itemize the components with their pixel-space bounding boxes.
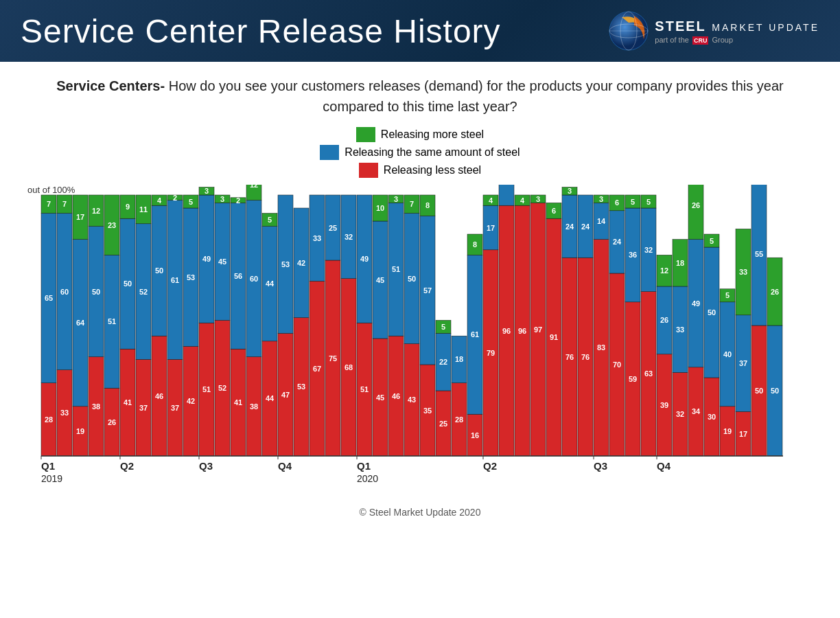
svg-text:Q1: Q1 — [41, 460, 55, 472]
svg-text:45: 45 — [218, 258, 226, 266]
svg-text:24: 24 — [565, 222, 574, 231]
legend-label-green: Releasing more steel — [381, 128, 484, 141]
svg-text:49: 49 — [360, 255, 369, 263]
svg-text:26: 26 — [108, 418, 116, 426]
copyright: © Steel Market Update 2020 — [27, 507, 813, 518]
svg-text:51: 51 — [360, 385, 369, 393]
legend-item-red: Releasing less steel — [359, 163, 481, 178]
svg-text:76: 76 — [581, 353, 590, 361]
svg-text:7: 7 — [47, 200, 51, 208]
svg-text:45: 45 — [376, 276, 384, 284]
svg-text:Q3: Q3 — [594, 460, 607, 472]
svg-text:70: 70 — [613, 360, 621, 369]
svg-text:57: 57 — [423, 286, 432, 295]
svg-text:50: 50 — [408, 275, 416, 283]
svg-text:50: 50 — [155, 266, 163, 275]
legend-color-green — [356, 127, 375, 142]
svg-text:Q2: Q2 — [483, 460, 497, 472]
svg-text:53: 53 — [297, 382, 305, 391]
logo-globe-icon — [608, 10, 649, 52]
svg-text:28: 28 — [45, 415, 53, 424]
svg-text:63: 63 — [644, 369, 653, 378]
question-text: Service Centers- How do you see your cus… — [27, 76, 813, 117]
svg-text:17: 17 — [76, 213, 84, 221]
svg-text:56: 56 — [234, 272, 242, 280]
svg-text:6: 6 — [552, 207, 556, 215]
svg-text:12: 12 — [92, 207, 100, 215]
svg-text:5: 5 — [710, 237, 714, 245]
svg-text:33: 33 — [739, 268, 747, 276]
svg-text:Q4: Q4 — [278, 460, 292, 472]
svg-text:32: 32 — [345, 233, 353, 241]
svg-text:38: 38 — [92, 402, 100, 411]
chart-area: out of 100% 2865733607196417385012265123… — [27, 185, 813, 496]
svg-text:38: 38 — [250, 402, 258, 411]
svg-text:33: 33 — [313, 234, 321, 242]
svg-text:43: 43 — [408, 396, 416, 404]
svg-text:50: 50 — [124, 279, 132, 288]
svg-text:28: 28 — [455, 415, 463, 424]
svg-text:18: 18 — [455, 355, 463, 363]
svg-text:41: 41 — [234, 398, 242, 407]
svg-text:37: 37 — [139, 404, 148, 412]
svg-text:49: 49 — [692, 299, 700, 308]
svg-text:45: 45 — [376, 393, 384, 402]
svg-text:Q3: Q3 — [199, 460, 213, 472]
svg-text:44: 44 — [266, 394, 275, 402]
svg-text:4: 4 — [520, 196, 525, 205]
svg-text:37: 37 — [171, 404, 179, 412]
logo-subtitle: part of the CRU Group — [655, 36, 819, 44]
svg-text:40: 40 — [723, 350, 732, 358]
svg-text:32: 32 — [676, 410, 684, 418]
svg-text:11: 11 — [139, 205, 148, 214]
svg-text:4: 4 — [157, 196, 162, 205]
main-content: Service Centers- How do you see your cus… — [0, 62, 840, 525]
svg-text:5: 5 — [268, 216, 272, 224]
svg-text:50: 50 — [771, 387, 779, 395]
legend-label-red: Releasing less steel — [384, 164, 481, 176]
svg-text:53: 53 — [187, 273, 195, 282]
legend-item-green: Releasing more steel — [356, 127, 484, 142]
svg-text:39: 39 — [660, 401, 668, 409]
logo-name: STEEL MARKET UPDATE — [655, 19, 819, 34]
svg-text:60: 60 — [250, 275, 258, 283]
svg-text:50: 50 — [755, 387, 763, 395]
svg-text:83: 83 — [597, 343, 605, 352]
logo-text: STEEL MARKET UPDATE part of the CRU Grou… — [608, 10, 819, 52]
legend-color-red — [359, 163, 378, 178]
svg-text:33: 33 — [676, 325, 684, 334]
svg-text:91: 91 — [550, 333, 558, 341]
svg-text:52: 52 — [218, 384, 226, 392]
svg-text:50: 50 — [92, 288, 100, 296]
svg-text:3: 3 — [205, 187, 209, 195]
svg-text:96: 96 — [502, 327, 511, 335]
svg-text:33: 33 — [60, 409, 69, 417]
svg-text:53: 53 — [281, 260, 290, 268]
svg-text:64: 64 — [76, 319, 85, 327]
svg-text:3: 3 — [599, 195, 603, 203]
svg-text:18: 18 — [676, 259, 684, 267]
svg-text:68: 68 — [345, 363, 353, 371]
svg-text:4: 4 — [489, 196, 493, 205]
svg-text:51: 51 — [108, 317, 116, 325]
svg-text:14: 14 — [597, 217, 606, 225]
svg-text:5: 5 — [646, 198, 651, 206]
svg-text:42: 42 — [297, 259, 305, 267]
svg-text:76: 76 — [565, 353, 574, 361]
svg-text:23: 23 — [108, 221, 116, 229]
svg-text:65: 65 — [45, 294, 53, 302]
svg-text:26: 26 — [771, 288, 779, 296]
svg-text:24: 24 — [613, 238, 622, 246]
svg-text:17: 17 — [487, 224, 495, 232]
svg-text:51: 51 — [202, 385, 211, 393]
legend-color-blue — [320, 145, 339, 160]
svg-text:16: 16 — [471, 431, 479, 439]
svg-text:46: 46 — [155, 392, 163, 400]
svg-text:3: 3 — [394, 195, 398, 203]
svg-text:44: 44 — [266, 279, 275, 288]
svg-text:51: 51 — [392, 265, 400, 273]
svg-text:75: 75 — [329, 354, 337, 363]
svg-text:3: 3 — [568, 187, 572, 195]
svg-text:12: 12 — [250, 185, 258, 189]
svg-text:5: 5 — [441, 323, 445, 331]
